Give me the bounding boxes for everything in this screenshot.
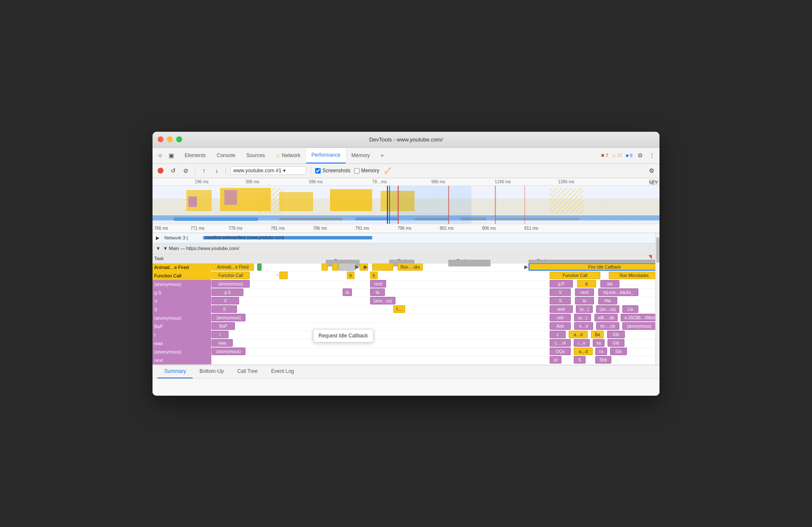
close-button[interactable] [158, 136, 163, 142]
flame-cell[interactable]: b [347, 272, 354, 279]
clean-icon-btn[interactable]: 🧹 [383, 166, 392, 175]
oqa-cell[interactable]: OQa [550, 348, 571, 355]
eib-cell[interactable]: Eib [610, 348, 627, 355]
ad2-cell[interactable]: a…d [574, 348, 593, 355]
anus-cell-0[interactable]: (an…us) [596, 305, 619, 313]
fire-idle-cell[interactable]: Fire Idle Callback [529, 264, 655, 271]
error-badge-yellow[interactable]: ⚠ 37 [612, 153, 622, 158]
scrollbar-thumb[interactable] [656, 237, 659, 263]
shb-cell[interactable]: Shb [595, 356, 611, 364]
sa-cell[interactable]: sa [593, 339, 605, 347]
timeline-chart[interactable] [153, 186, 659, 224]
flame-bars-5[interactable]: S f… web (a…) (an…us) Lla [212, 305, 655, 314]
ta-cell-1[interactable]: ta [370, 288, 385, 296]
flame-cell[interactable]: b [370, 272, 378, 279]
error-badge-red[interactable]: ✖ 7 [601, 153, 608, 158]
minimize-button[interactable] [167, 136, 173, 142]
anon-cell[interactable]: (anonymous) [212, 314, 245, 321]
tab-bottom-up[interactable]: Bottom-Up [193, 365, 230, 378]
ba-cell[interactable]: Ba [591, 331, 604, 338]
tab-event-log[interactable]: Event Log [264, 365, 301, 378]
network-track-row[interactable]: ▶ Network 3 ( manifest.webmanifest (www.… [153, 233, 655, 243]
download-button[interactable]: ↓ [212, 166, 221, 175]
perf-settings-btn[interactable]: ⚙ [647, 166, 656, 175]
flame-bars-9[interactable]: waa c….nt i…e sa Gib [212, 339, 655, 348]
lmob-cell[interactable]: lm….ob [596, 322, 619, 330]
b-cell[interactable]: b [577, 280, 596, 288]
flame-bars-1[interactable]: Function Call → b b Function Call Run Mi… [212, 272, 655, 280]
network-track-toggle[interactable]: ▶ [156, 235, 159, 241]
xeb-cell[interactable]: xeb [550, 314, 571, 321]
flame-cell[interactable]: Function Call [212, 272, 250, 279]
next-cell[interactable]: next [575, 288, 594, 296]
maximize-button[interactable] [176, 136, 182, 142]
flame-cell[interactable] [338, 264, 355, 271]
tab-console[interactable]: Console [212, 147, 240, 163]
flame-cell[interactable]: next [370, 280, 386, 288]
main-section-header[interactable]: ▼ ▼ Main — https://www.youtube.com/ [153, 243, 655, 254]
clear-button[interactable]: ⊘ [181, 166, 191, 175]
tab-summary[interactable]: Summary [158, 365, 193, 378]
v-row-cell[interactable]: V [212, 297, 239, 304]
kd-cell[interactable]: k…d [574, 322, 593, 330]
v-cell[interactable]: V [550, 288, 571, 296]
flame-cell[interactable] [322, 264, 328, 271]
memory-checkbox-label[interactable]: Memory [354, 168, 379, 174]
s2-cell[interactable]: S [574, 356, 586, 364]
flame-bars-6[interactable]: (anonymous) xeb (a…) wB….ob e.JSC$6…Ifil… [212, 314, 655, 322]
run-microtasks-cell[interactable]: Run Microtasks [609, 272, 655, 279]
flame-cell[interactable] [360, 264, 368, 271]
flame-cell[interactable]: g.S [212, 288, 243, 296]
lla-cell[interactable]: Lla [622, 305, 638, 313]
tab-sources[interactable]: Sources [241, 147, 270, 163]
anon-cell-2[interactable]: (anonymous) [622, 322, 655, 330]
device-icon[interactable]: ▣ [167, 151, 175, 160]
flame-bars-3[interactable]: g.S ta ta V next mj.exe…backs_ [212, 288, 655, 297]
ot-cell[interactable]: ot [550, 356, 561, 364]
web-cell[interactable]: web [550, 305, 573, 313]
settings-icon[interactable]: ⚙ [636, 151, 644, 160]
hla-cell[interactable]: Hla [598, 297, 617, 304]
flame-bars-8[interactable]: t c a…d Ba Kib [212, 331, 655, 339]
waa-cell[interactable]: waa [212, 339, 233, 347]
screenshots-checkbox-label[interactable]: Screenshots [315, 168, 351, 174]
main-section-toggle[interactable]: ▼ [156, 246, 161, 251]
s-row-cell[interactable]: S [212, 305, 237, 313]
ad-cell[interactable]: a…d [569, 331, 588, 338]
kib-cell[interactable]: Kib [607, 331, 625, 338]
memory-checkbox[interactable] [354, 168, 360, 174]
reload-record-button[interactable]: ↺ [169, 166, 178, 175]
tab-memory[interactable]: Memory [346, 147, 375, 163]
flame-bars-11[interactable]: ot S Shb [212, 356, 655, 364]
f-cell[interactable]: f… [393, 305, 405, 313]
timeline-area[interactable]: 196 ms 396 ms 596 ms 79…ms 996 ms 1196 m… [153, 178, 659, 233]
flame-bars-10[interactable]: (anonymous) OQa a…d ra Eib [212, 348, 655, 356]
gib-cell[interactable]: Gib [608, 339, 624, 347]
c-cell[interactable]: c [550, 331, 566, 338]
flame-chart[interactable]: Animati…e Fired Animati…e Fired Run …sks… [153, 264, 655, 365]
tab-performance[interactable]: Performance [306, 147, 346, 163]
a-cell-1[interactable]: (a…) [574, 314, 591, 321]
ta-cell-0[interactable]: ta [343, 288, 352, 296]
flame-cell[interactable] [332, 264, 338, 271]
flame-bars-7[interactable]: BaP Aeb k…d lm….ob (anonymous) [212, 322, 655, 331]
tab-call-tree[interactable]: Call Tree [231, 365, 264, 378]
flame-cell[interactable] [257, 264, 262, 271]
tab-more[interactable]: » [376, 147, 389, 163]
more-options-icon[interactable]: ⋮ [648, 151, 656, 160]
t-cell[interactable]: t [212, 331, 229, 338]
gp-cell[interactable]: g.P [550, 280, 573, 288]
screenshots-checkbox[interactable] [315, 168, 321, 174]
ala-cell[interactable]: ala [600, 280, 619, 288]
anous-cell[interactable]: (ano…us) [370, 297, 395, 304]
url-selector[interactable]: www.youtube.com #1 ▾ [230, 166, 306, 175]
tab-elements[interactable]: Elements [180, 147, 211, 163]
mjexe-cell[interactable]: mj.exe…backs_ [598, 288, 638, 296]
error-badge-blue[interactable]: ■ 8 [626, 153, 632, 158]
upload-button[interactable]: ↑ [199, 166, 209, 175]
s-cell[interactable]: S [550, 297, 571, 304]
ejsc-cell[interactable]: e.JSC$6…Ifilled [621, 314, 655, 321]
run-tasks-cell[interactable]: Run …sks [398, 264, 423, 271]
tab-network[interactable]: ⚠ Network [271, 147, 305, 163]
a-cell-0[interactable]: (a…) [576, 305, 593, 313]
